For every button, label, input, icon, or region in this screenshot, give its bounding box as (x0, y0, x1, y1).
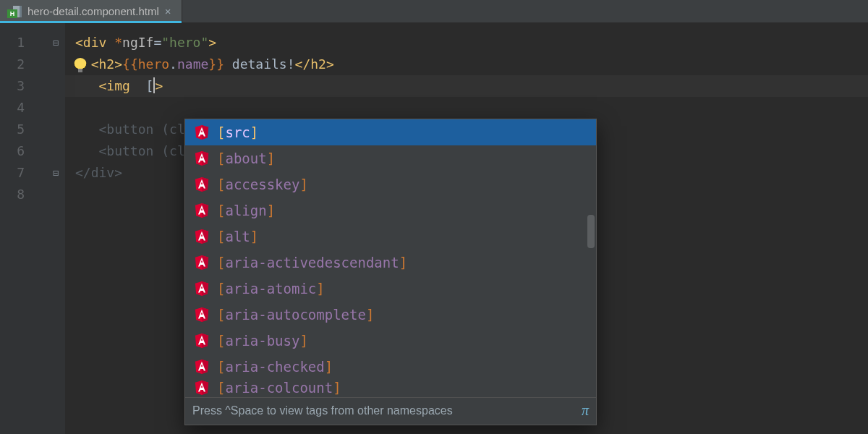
tab-bar: hero-detail.component.html × (0, 0, 868, 23)
code-area[interactable]: <div *ngIf="hero"> <h2>{{hero.name}} det… (65, 23, 868, 434)
line-number: 6 (0, 140, 65, 162)
code-line-current: <img [> (75, 75, 868, 97)
completion-hint: Press ^Space to view tags from other nam… (185, 397, 596, 425)
line-number: 4 (0, 97, 65, 119)
completion-list: [src] [about] [accesskey] [align] [alt] … (185, 119, 596, 397)
angular-icon (194, 229, 210, 244)
completion-item-label: [src] (217, 124, 258, 140)
angular-icon (194, 203, 210, 218)
completion-item-label: [aria-activedescendant] (217, 255, 407, 271)
line-number: 1 ⊟ (0, 32, 65, 54)
close-icon[interactable]: × (165, 6, 171, 17)
completion-item-label: [align] (217, 203, 275, 218)
gutter: 1 ⊟ 2 3 4 5 6 7 ⊟ 8 (0, 23, 65, 434)
line-number: 2 (0, 54, 65, 75)
completion-item[interactable]: [aria-autocomplete] (185, 302, 596, 328)
completion-item-label: [about] (217, 150, 275, 166)
completion-item[interactable]: [accesskey] (185, 171, 596, 197)
fold-open-icon[interactable]: ⊟ (51, 38, 61, 48)
completion-item-label: [aria-checked] (217, 359, 333, 375)
angular-icon (194, 281, 210, 297)
completion-item[interactable]: [about] (185, 145, 596, 171)
tab-filename: hero-detail.component.html (27, 5, 159, 17)
completion-item[interactable]: [aria-activedescendant] (185, 250, 596, 276)
line-number: 7 ⊟ (0, 162, 65, 184)
completion-item[interactable]: [align] (185, 197, 596, 224)
line-number: 8 (0, 184, 65, 205)
completion-hint-text: Press ^Space to view tags from other nam… (192, 404, 453, 417)
completion-item-label: [accesskey] (217, 176, 308, 192)
completion-item[interactable]: [aria-busy] (185, 328, 596, 354)
completion-item-label: [alt] (217, 229, 258, 244)
popup-scrollbar-thumb[interactable] (587, 215, 595, 248)
code-line: <h2>{{hero.name}} details!</h2> (75, 54, 868, 75)
angular-icon (194, 176, 210, 192)
line-number: 5 (0, 119, 65, 140)
editor-tab[interactable]: hero-detail.component.html × (0, 0, 182, 22)
completion-item[interactable]: [src] (185, 119, 596, 145)
completion-item[interactable]: [aria-atomic] (185, 276, 596, 302)
editor: 1 ⊟ 2 3 4 5 6 7 ⊟ 8 <div *ngIf="hero"> <… (0, 23, 868, 434)
completion-popup: [src] [about] [accesskey] [align] [alt] … (184, 119, 597, 425)
completion-item-label: [aria-colcount] (217, 380, 341, 396)
completion-item[interactable]: [aria-colcount] (185, 380, 596, 397)
angular-icon (194, 359, 210, 375)
completion-item[interactable]: [alt] (185, 224, 596, 250)
completion-item-label: [aria-autocomplete] (217, 307, 374, 323)
angular-icon (194, 124, 210, 140)
angular-icon (194, 307, 210, 323)
code-line: <div *ngIf="hero"> (75, 32, 868, 54)
intention-bulb-icon[interactable] (74, 58, 87, 71)
angular-icon (194, 333, 210, 349)
angular-icon (194, 380, 210, 396)
completion-item[interactable]: [aria-checked] (185, 354, 596, 380)
completion-item-label: [aria-busy] (217, 333, 308, 349)
angular-icon (194, 255, 210, 271)
fold-close-icon[interactable]: ⊟ (51, 168, 61, 178)
line-number: 3 (0, 75, 65, 97)
popup-scrollbar[interactable] (587, 215, 595, 434)
completion-item-label: [aria-atomic] (217, 281, 325, 297)
angular-icon (194, 150, 210, 166)
code-line (75, 97, 868, 119)
html-file-icon (7, 6, 22, 17)
